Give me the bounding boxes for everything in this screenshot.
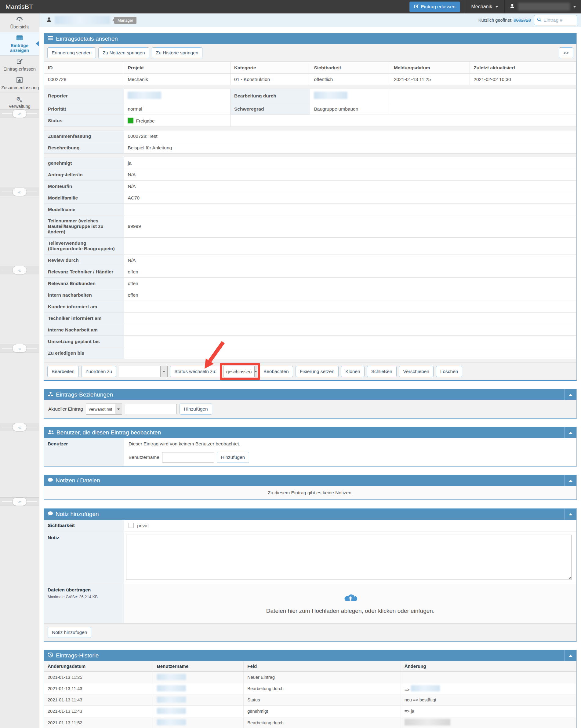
sidebar-item-label: Einträge anzeigen: [1, 43, 38, 53]
table-row: [44, 154, 576, 157]
history-change: [400, 717, 576, 728]
collapse-button[interactable]: [564, 427, 573, 438]
relationships-header: Eintrags-Beziehungen: [44, 389, 576, 400]
select-arrow-icon: [254, 366, 257, 377]
dropzone-text: Dateien hier zum Hochladen ablegen, oder…: [266, 608, 435, 614]
field-value: [124, 238, 576, 255]
sidebar-collapse-button[interactable]: «: [12, 188, 27, 196]
sidebar-collapse-button[interactable]: «: [12, 344, 27, 353]
note-textarea[interactable]: [126, 535, 572, 580]
project-selector[interactable]: Mechanik: [465, 0, 504, 14]
toolbar-button[interactable]: Zu Notizen springen: [98, 47, 149, 58]
expand-all-button[interactable]: >>: [559, 47, 573, 58]
sidebar-divider: «: [0, 109, 39, 118]
history-user-redacted: [153, 706, 243, 717]
issue-search-input[interactable]: Eintrag #: [534, 15, 577, 25]
recent-issue-link[interactable]: 0002728: [514, 18, 531, 23]
sidebar-collapse-button[interactable]: «: [12, 497, 27, 506]
users-icon: [48, 430, 54, 436]
sidebar-collapse-button[interactable]: «: [12, 109, 27, 118]
field-value: [124, 313, 576, 324]
toolbar-button[interactable]: Erinnerung senden: [47, 47, 96, 58]
sidebar-item-eintrag-erfassen[interactable]: Eintrag erfassen: [0, 56, 39, 74]
field-label: Zu erledigen bis: [44, 347, 124, 359]
current-issue-label: Aktueller Eintrag: [48, 406, 83, 412]
related-issue-input[interactable]: [125, 404, 177, 414]
table-row: ReporterBearbeitung durch: [44, 89, 576, 103]
sidebar-item-zusammenfassung[interactable]: Zusammenfassung: [0, 74, 39, 93]
toolbar-button[interactable]: Zu Historie springen: [152, 47, 203, 58]
add-relationship-button[interactable]: Hinzufügen: [179, 404, 212, 415]
collapse-button[interactable]: [564, 389, 573, 400]
field-label: Teileverwendung (übergeordnete Baugruppe…: [44, 238, 124, 255]
action-button[interactable]: Klonen: [341, 366, 364, 377]
sidebar-item-label: Zusammenfassung: [1, 85, 38, 90]
app-title: MantisBT: [5, 3, 33, 10]
action-button[interactable]: Beobachten: [259, 366, 293, 377]
add-watcher-button[interactable]: Hinzufügen: [217, 452, 249, 463]
column-header: Meldungsdatum: [390, 62, 470, 74]
submit-note-button[interactable]: Notiz hinzufügen: [48, 627, 91, 638]
sidebar-item-verwaltung[interactable]: ⚙⚙Verwaltung: [0, 93, 39, 111]
notes-widget: Notizen / Dateien Zu diesem Eintrag gibt…: [44, 475, 577, 500]
issue-actions-bar: BearbeitenZuordnen zuStatus wechseln zu:…: [44, 363, 576, 380]
relationships-body: Aktueller Eintrag verwandt mit Hinzufüge…: [44, 400, 576, 418]
field-value: offen: [124, 289, 576, 301]
details-toolbar: Erinnerung sendenZu Notizen springenZu H…: [44, 44, 576, 62]
table-row: Zu erledigen bis: [44, 347, 576, 359]
table-row: Teileverwendung (übergeordnete Baugruppe…: [44, 238, 576, 255]
collapse-button[interactable]: [564, 509, 573, 520]
change-status-button[interactable]: Status wechseln zu:: [170, 366, 221, 377]
sidebar-collapse-button[interactable]: «: [12, 266, 27, 274]
action-button[interactable]: Fixierung setzen: [296, 366, 339, 377]
status-select[interactable]: geschlossen: [223, 366, 257, 377]
issue-details-header: Eintragsdetails ansehen: [44, 33, 576, 44]
table-row: [44, 127, 576, 130]
history-user-redacted: [153, 672, 243, 683]
history-field: Status: [244, 694, 400, 706]
relation-type-select[interactable]: verwandt mit: [86, 404, 122, 415]
field-label: Relevanz Techniker / Händler: [44, 266, 124, 278]
field-value: offen: [124, 278, 576, 289]
section-title: Notizen / Dateien: [56, 477, 100, 484]
sidebar-collapse-button[interactable]: «: [12, 423, 27, 431]
assignee-select[interactable]: [119, 366, 168, 377]
sidebar-item-label: Übersicht: [1, 24, 38, 29]
delete-button[interactable]: Löschen: [436, 366, 463, 377]
main-area: Manager Kürzlich geöffnet: 0002728 Eintr…: [39, 14, 581, 728]
user-menu[interactable]: [505, 0, 581, 14]
edit-button[interactable]: Bearbeiten: [47, 366, 79, 377]
field-value: offen: [124, 266, 576, 278]
field-label: Review durch: [44, 255, 124, 266]
history-row: 2021-01-13 11:43Statusneu => bestätigt: [44, 694, 576, 706]
watchers-widget: Benutzer, die diesen Eintrag beobachten …: [44, 427, 577, 467]
collapse-button[interactable]: [564, 475, 573, 486]
user-icon: [46, 17, 52, 24]
user-infobar: Manager Kürzlich geöffnet: 0002728 Eintr…: [39, 14, 581, 27]
history-user-redacted: [153, 717, 243, 728]
sidebar-item-übersicht[interactable]: Übersicht: [0, 14, 39, 32]
sidebar-nav: ÜbersichtEinträge anzeigenEintrag erfass…: [0, 14, 39, 111]
column-header: Sichtbarkeit: [310, 62, 390, 74]
assign-to-button[interactable]: Zuordnen zu: [81, 366, 116, 377]
collapse-button[interactable]: [564, 650, 573, 661]
history-column-header: Feld: [244, 661, 400, 672]
field-label: Relevanz Endkunden: [44, 278, 124, 289]
table-row: interne Nacharbeit am: [44, 324, 576, 336]
history-column-header: Benutzername: [153, 661, 243, 672]
sidebar-item-einträge-anzeigen[interactable]: Einträge anzeigen: [0, 32, 39, 56]
history-widget: Eintrags-Historie ÄnderungsdatumBenutzer…: [44, 650, 577, 728]
file-dropzone[interactable]: Dateien hier zum Hochladen ablegen, oder…: [124, 584, 576, 623]
private-checkbox[interactable]: [129, 523, 134, 528]
field-value: 2021-01-13 11:25: [390, 74, 470, 85]
table-row: [44, 359, 576, 363]
history-user-redacted: [153, 694, 243, 706]
action-button[interactable]: Verschieben: [399, 366, 434, 377]
top-navbar: MantisBT Eintrag erfassen Mechanik: [0, 0, 581, 14]
username-redacted: [55, 16, 110, 24]
report-issue-button[interactable]: Eintrag erfassen: [409, 2, 460, 12]
watcher-username-input[interactable]: [162, 452, 214, 463]
field-value: [124, 347, 576, 359]
history-row: 2021-01-13 11:43genehmigt=> ja: [44, 706, 576, 717]
action-button[interactable]: Schließen: [367, 366, 396, 377]
